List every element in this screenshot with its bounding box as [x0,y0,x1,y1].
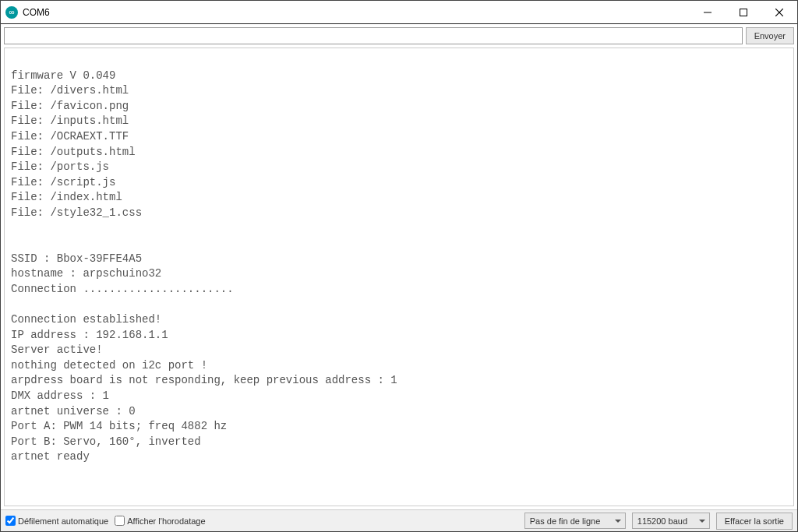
close-button[interactable] [761,1,797,23]
window-controls [690,1,797,23]
svg-rect-1 [740,9,747,16]
timestamp-label: Afficher l'horodatage [127,516,205,526]
autoscroll-label: Défilement automatique [18,516,108,526]
autoscroll-checkbox[interactable] [5,516,16,526]
timestamp-checkbox-wrap[interactable]: Afficher l'horodatage [115,516,205,526]
serial-output[interactable]: firmware V 0.049 File: /divers.html File… [4,48,794,506]
window-title: COM6 [23,7,690,18]
serial-input[interactable] [4,27,743,44]
arduino-icon [5,6,18,19]
minimize-button[interactable] [690,1,726,23]
maximize-button[interactable] [726,1,761,23]
baud-rate-dropdown[interactable]: 115200 baud [632,513,710,529]
bottom-bar: Défilement automatique Afficher l'horoda… [1,509,797,531]
line-ending-selected: Pas de fin de ligne [530,516,601,526]
autoscroll-checkbox-wrap[interactable]: Défilement automatique [5,516,108,526]
timestamp-checkbox[interactable] [115,516,125,526]
baud-rate-selected: 115200 baud [637,516,687,526]
send-button[interactable]: Envoyer [746,27,794,44]
titlebar: COM6 [1,1,797,24]
clear-output-button[interactable]: Effacer la sortie [716,513,793,530]
serial-monitor-window: COM6 Envoyer firmware V 0.049 File: /div… [0,0,798,532]
line-ending-dropdown[interactable]: Pas de fin de ligne [524,513,626,529]
input-row: Envoyer [1,24,797,48]
